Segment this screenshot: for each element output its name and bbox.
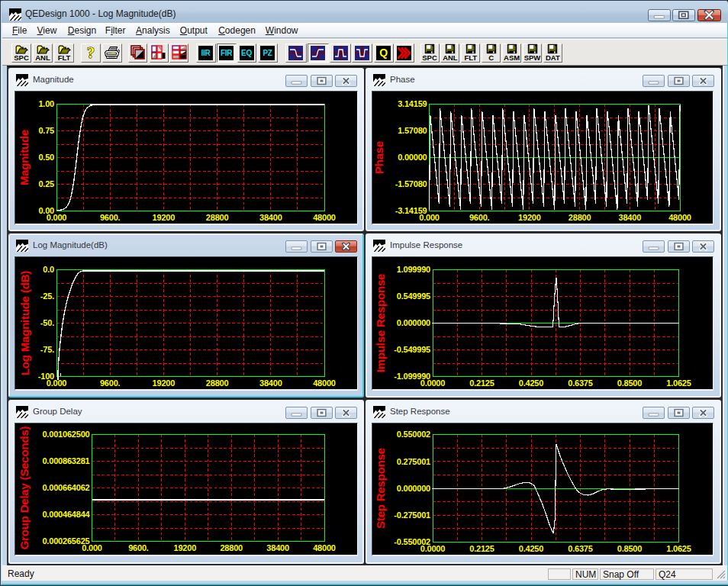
svg-text:0.0000: 0.0000 (420, 544, 446, 553)
svg-text:0.001062500: 0.001062500 (42, 430, 89, 439)
svg-text:3.14159: 3.14159 (398, 99, 427, 108)
svg-text:0.549995: 0.549995 (397, 291, 430, 301)
svg-text:19200: 19200 (153, 378, 176, 388)
svg-text:0.0000: 0.0000 (420, 378, 446, 388)
svg-text:0.8500: 0.8500 (617, 544, 643, 553)
svg-text:Magnitude: Magnitude (18, 130, 31, 185)
svg-text:0.550002: 0.550002 (397, 430, 430, 439)
svg-text:Log Magnitude (dB): Log Magnitude (dB) (18, 271, 31, 375)
svg-text:0.2125: 0.2125 (469, 378, 494, 388)
svg-text:28800: 28800 (206, 213, 229, 222)
svg-text:Group Delay (Seconds): Group Delay (Seconds) (18, 426, 31, 549)
svg-text:0.275001: 0.275001 (397, 457, 430, 466)
svg-text:38400: 38400 (266, 543, 289, 552)
svg-text:0.4250: 0.4250 (519, 544, 544, 553)
svg-text:0.8500: 0.8500 (617, 378, 643, 388)
svg-text:38400: 38400 (619, 213, 642, 222)
svg-text:9600.: 9600. (100, 378, 121, 388)
svg-text:-0.549995: -0.549995 (394, 345, 430, 354)
svg-text:1.0625: 1.0625 (666, 544, 691, 553)
svg-text:0.6375: 0.6375 (568, 544, 593, 553)
svg-text:19200: 19200 (518, 213, 541, 222)
svg-text:Phase: Phase (372, 141, 385, 174)
svg-text:Impulse Response: Impulse Response (374, 274, 387, 372)
svg-text:0.000464844: 0.000464844 (42, 510, 90, 519)
svg-text:48000: 48000 (313, 378, 336, 388)
svg-text:0.4250: 0.4250 (519, 378, 544, 388)
svg-text:28800: 28800 (569, 213, 591, 222)
svg-text:0.000863281: 0.000863281 (42, 456, 89, 465)
svg-text:0.75: 0.75 (38, 126, 54, 135)
svg-text:0.0: 0.0 (43, 265, 54, 274)
svg-text:0.000: 0.000 (47, 213, 67, 222)
svg-text:48000: 48000 (313, 543, 336, 552)
svg-text:9600.: 9600. (469, 213, 490, 222)
svg-text:-1.57080: -1.57080 (395, 179, 427, 188)
svg-text:38400: 38400 (259, 213, 282, 222)
svg-text:0.00000: 0.00000 (398, 153, 427, 162)
svg-text:1.0625: 1.0625 (666, 378, 691, 388)
svg-text:0.6375: 0.6375 (568, 378, 593, 388)
svg-text:19200: 19200 (174, 543, 197, 552)
svg-text:0.000000: 0.000000 (397, 484, 430, 493)
svg-text:0.000664062: 0.000664062 (42, 483, 89, 492)
svg-text:0.000: 0.000 (419, 213, 440, 222)
svg-text:19200: 19200 (153, 213, 176, 222)
svg-text:-0.275001: -0.275001 (394, 510, 430, 520)
svg-text:9600.: 9600. (100, 213, 121, 222)
svg-text:28800: 28800 (220, 543, 243, 552)
svg-text:9600.: 9600. (128, 543, 149, 552)
svg-text:48000: 48000 (313, 213, 336, 222)
svg-text:48000: 48000 (668, 213, 691, 222)
svg-text:0.000: 0.000 (82, 543, 102, 552)
svg-text:0.25: 0.25 (38, 179, 54, 188)
svg-text:28800: 28800 (206, 378, 229, 388)
svg-text:0.2125: 0.2125 (469, 544, 494, 553)
svg-text:0.50: 0.50 (38, 153, 54, 162)
svg-text:-50.: -50. (40, 318, 54, 327)
svg-text:1.00: 1.00 (38, 99, 54, 108)
svg-text:-75.: -75. (40, 345, 54, 354)
svg-text:?: ? (87, 45, 95, 60)
svg-text:1.57080: 1.57080 (398, 126, 427, 135)
svg-text:Step Response: Step Response (374, 448, 387, 529)
svg-text:1.099990: 1.099990 (397, 265, 430, 274)
svg-text:-25.: -25. (40, 291, 54, 301)
svg-text:38400: 38400 (259, 378, 282, 388)
svg-text:0.000000: 0.000000 (397, 318, 430, 327)
svg-text:0.000: 0.000 (47, 378, 67, 388)
